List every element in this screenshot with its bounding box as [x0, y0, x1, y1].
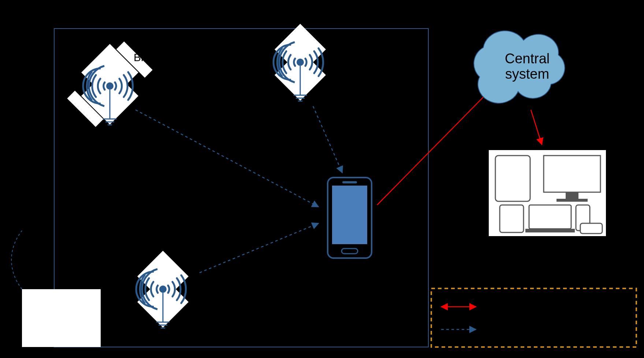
antenna-2-label: Bluetooth Antenna 2 [326, 35, 425, 47]
legend-internet-label: Internet connection [483, 300, 580, 313]
svg-rect-21 [342, 249, 358, 254]
signal-arrow-3 [200, 223, 319, 273]
svg-rect-31 [580, 223, 602, 234]
cloud-label: Central system [500, 51, 555, 82]
svg-rect-29 [525, 229, 575, 232]
antenna-3-label: Bluetooth Antenna 3 [198, 313, 297, 325]
svg-rect-17 [73, 29, 146, 33]
antenna-2-icon [273, 24, 326, 101]
devices-label: user’s devices [513, 242, 582, 254]
svg-rect-27 [500, 205, 524, 232]
legend-bluetooth-label: Bluetooth signal [483, 323, 562, 335]
svg-rect-25 [556, 199, 588, 202]
svg-rect-20 [342, 181, 357, 183]
svg-rect-26 [495, 156, 530, 201]
legend-box [431, 288, 636, 347]
internet-arrow-phone-cloud [377, 92, 489, 205]
svg-rect-24 [566, 192, 578, 199]
smartphone-icon [328, 178, 372, 258]
internet-arrow-cloud-devices [531, 110, 542, 145]
phone-label: User’s smartphone [313, 267, 405, 280]
door-shape [22, 289, 101, 347]
antenna-1-label: Bluetooth Antenna 1 [134, 51, 232, 64]
svg-rect-23 [544, 156, 600, 192]
devices-icon [489, 150, 606, 236]
door-label: door [55, 350, 77, 358]
building-title: Building [223, 11, 268, 25]
door-arc [11, 231, 22, 289]
svg-rect-28 [529, 205, 571, 229]
signal-arrow-2 [313, 106, 342, 173]
signal-arrow-1 [135, 110, 319, 207]
antenna-3-icon [136, 251, 189, 328]
svg-rect-19 [332, 186, 367, 244]
